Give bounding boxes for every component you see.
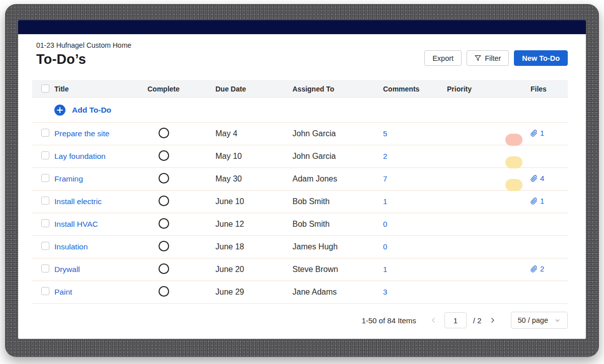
paperclip-icon (531, 175, 538, 182)
breadcrumb: 01-23 Hufnagel Custom Home (36, 41, 131, 49)
todo-title-link[interactable]: Lay foundation (54, 152, 106, 160)
todo-title-link[interactable]: Install HVAC (54, 220, 98, 228)
row-cell-title: Framing (54, 174, 147, 184)
assigned-to: John Garcia (292, 129, 383, 138)
row-cell-comments: 1 (383, 265, 447, 274)
row-cell-comments: 2 (383, 152, 447, 161)
header-cell-assigned-to: Assigned To (292, 85, 383, 93)
row-checkbox[interactable] (41, 197, 49, 205)
row-cell-priority (447, 191, 531, 213)
row-cell-title: Install HVAC (54, 220, 147, 229)
files-count: 1 (540, 129, 544, 137)
filter-button[interactable]: Filter (467, 50, 509, 66)
next-page-button[interactable] (488, 316, 497, 325)
assigned-to: John Garcia (292, 152, 383, 161)
toolbar-actions: Export Filter New To-Do (424, 50, 568, 66)
row-checkbox[interactable] (41, 129, 49, 137)
complete-circle[interactable] (159, 218, 169, 229)
comments-link[interactable]: 1 (383, 197, 387, 206)
assigned-to: Adam Jones (292, 174, 383, 184)
new-todo-button[interactable]: New To-Do (514, 50, 568, 66)
row-cell-checkbox (32, 287, 54, 297)
files-count: 1 (540, 197, 544, 205)
row-cell-files: 2 (531, 264, 568, 275)
assigned-to: Bob Smith (292, 197, 383, 206)
header-cell-checkbox (32, 84, 54, 94)
row-cell-complete (147, 173, 215, 186)
complete-circle[interactable] (159, 128, 169, 138)
row-checkbox[interactable] (41, 174, 49, 182)
comments-link[interactable]: 1 (383, 265, 387, 274)
items-count: 1-50 of 84 Items (361, 316, 416, 325)
todo-title-link[interactable]: Framing (54, 174, 83, 183)
row-cell-comments: 1 (383, 197, 447, 206)
comments-link[interactable]: 7 (383, 174, 387, 183)
row-checkbox[interactable] (41, 287, 49, 295)
header-cell-priority: Priority (447, 85, 531, 93)
prev-page-button[interactable] (429, 316, 438, 325)
row-cell-title: Paint (54, 288, 147, 297)
row-checkbox[interactable] (41, 264, 49, 272)
due-date: June 20 (215, 265, 292, 274)
table-row: Insulation June 18 James Hugh 0 (32, 236, 568, 258)
table-row: Install electric June 10 Bob Smith 1 1 (32, 191, 568, 213)
page-header-titles: 01-23 Hufnagel Custom Home To-Do’s (36, 41, 131, 67)
due-date: June 29 (215, 288, 292, 297)
todo-title-link[interactable]: Insulation (54, 242, 88, 251)
todo-title-link[interactable]: Drywall (54, 265, 80, 274)
comments-link[interactable]: 5 (383, 129, 387, 138)
complete-circle[interactable] (159, 286, 169, 297)
row-cell-comments: 0 (383, 242, 447, 251)
row-cell-checkbox (32, 197, 54, 207)
comments-link[interactable]: 2 (383, 152, 387, 160)
page-number-input[interactable] (444, 312, 467, 328)
row-cell-checkbox (32, 174, 54, 184)
files-link[interactable]: 1 (531, 197, 544, 205)
row-cell-priority (447, 145, 531, 167)
row-checkbox[interactable] (41, 151, 49, 159)
due-date: May 10 (215, 152, 292, 161)
comments-link[interactable]: 0 (383, 220, 387, 228)
complete-circle[interactable] (159, 263, 169, 274)
complete-circle[interactable] (159, 173, 169, 184)
page-header: 01-23 Hufnagel Custom Home To-Do’s Expor… (32, 41, 568, 67)
filter-icon (475, 55, 481, 61)
row-cell-files: 1 (531, 197, 568, 207)
priority-badge (505, 134, 522, 146)
files-link[interactable]: 4 (531, 174, 544, 183)
todo-title-link[interactable]: Paint (54, 288, 72, 296)
files-link[interactable]: 1 (531, 129, 544, 137)
files-link[interactable]: 2 (531, 264, 544, 273)
due-date: May 30 (215, 174, 292, 184)
filter-button-label: Filter (485, 54, 501, 62)
page-size-select[interactable]: 50 / page (511, 312, 568, 329)
table-row: Lay foundation May 10 John Garcia 2 (32, 145, 568, 168)
export-button[interactable]: Export (424, 50, 462, 66)
assigned-to: Bob Smith (292, 220, 383, 229)
row-cell-complete (147, 218, 215, 231)
page-content: 01-23 Hufnagel Custom Home To-Do’s Expor… (18, 34, 586, 339)
row-cell-title: Prepare the site (54, 129, 147, 138)
row-cell-comments: 7 (383, 174, 447, 184)
complete-circle[interactable] (159, 150, 169, 161)
header-cell-comments: Comments (383, 85, 447, 93)
todo-title-link[interactable]: Prepare the site (54, 129, 109, 138)
add-todo-label: Add To-Do (72, 106, 111, 115)
row-checkbox[interactable] (41, 242, 49, 250)
assigned-to: James Hugh (292, 242, 383, 251)
plus-circle-icon (54, 105, 65, 116)
row-cell-files: 4 (531, 174, 568, 184)
device-frame: 01-23 Hufnagel Custom Home To-Do’s Expor… (5, 4, 599, 357)
row-cell-complete (147, 150, 215, 163)
complete-circle[interactable] (159, 196, 169, 206)
header-cell-complete: Complete (147, 85, 215, 93)
comments-link[interactable]: 0 (383, 242, 387, 251)
row-cell-title: Lay foundation (54, 152, 147, 161)
todo-title-link[interactable]: Install electric (54, 197, 102, 206)
row-checkbox[interactable] (41, 219, 49, 227)
row-cell-priority (447, 258, 531, 281)
select-all-checkbox[interactable] (41, 84, 49, 93)
add-todo-button[interactable]: Add To-Do (32, 98, 568, 123)
complete-circle[interactable] (159, 241, 169, 251)
comments-link[interactable]: 3 (383, 288, 387, 296)
